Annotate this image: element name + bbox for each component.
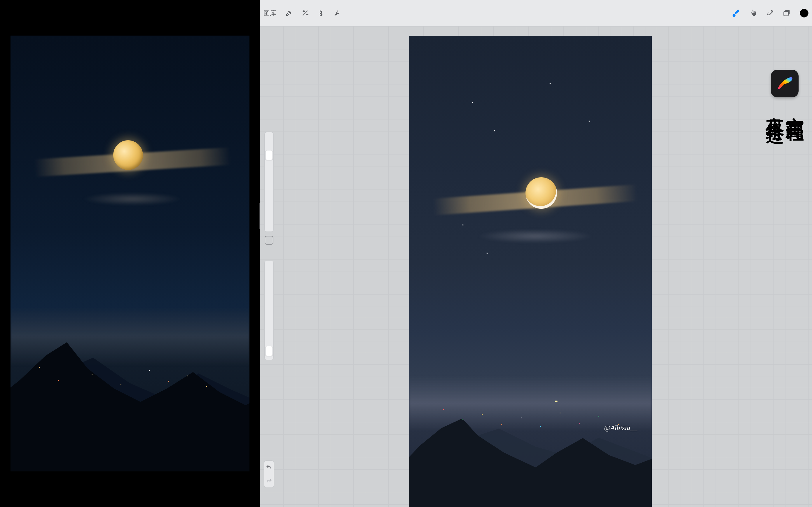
selection-icon[interactable] xyxy=(318,9,325,17)
gallery-button[interactable]: 图库 xyxy=(263,9,276,17)
procreate-app-icon xyxy=(771,70,799,97)
brush-size-slider[interactable] xyxy=(264,132,274,232)
eraser-icon[interactable] xyxy=(766,9,774,17)
side-controls xyxy=(263,132,275,488)
title-column-right: 空亮画程 xyxy=(786,103,804,114)
procreate-app: 图库 xyxy=(260,0,812,507)
title-column-left: 夜月绘过 xyxy=(766,103,784,114)
modify-button[interactable] xyxy=(265,236,273,244)
artwork-canvas[interactable]: @Albizia__ xyxy=(409,36,652,507)
svg-rect-1 xyxy=(784,11,789,16)
video-title-overlay: 夜月绘过 空亮画程 xyxy=(766,70,804,114)
wrench-icon[interactable] xyxy=(285,9,293,17)
wand-icon[interactable] xyxy=(301,9,309,17)
canvas-workspace[interactable]: @Albizia__ 夜月绘过 空亮画程 xyxy=(260,26,812,507)
undo-button[interactable] xyxy=(264,461,274,474)
redo-button[interactable] xyxy=(264,474,274,488)
layers-icon[interactable] xyxy=(783,9,791,17)
smudge-icon[interactable] xyxy=(749,9,757,17)
transform-arrow-icon[interactable] xyxy=(334,9,341,17)
brush-opacity-slider[interactable] xyxy=(264,261,274,360)
artwork-signature: @Albizia__ xyxy=(604,424,637,432)
top-toolbar: 图库 xyxy=(260,0,812,26)
brush-icon[interactable] xyxy=(731,9,740,17)
undo-redo-group xyxy=(264,460,274,488)
reference-photo-pane xyxy=(0,0,260,507)
color-swatch[interactable] xyxy=(800,9,809,17)
reference-photo xyxy=(10,36,249,472)
